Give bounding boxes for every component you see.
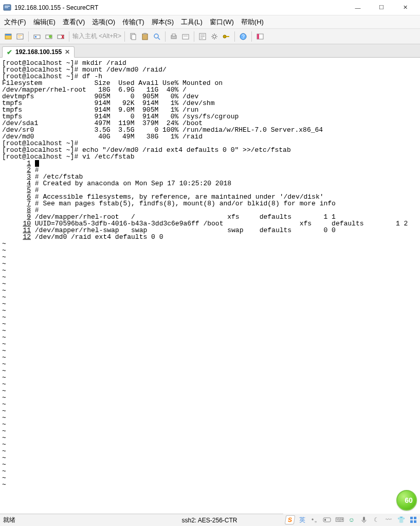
- vi-empty-line: ~: [2, 254, 418, 260]
- app-icon: [3, 4, 11, 12]
- svg-rect-34: [414, 520, 416, 523]
- separator: [69, 31, 69, 42]
- vi-empty-line: ~: [2, 367, 418, 374]
- svg-rect-14: [143, 33, 147, 34]
- svg-rect-30: [363, 517, 365, 521]
- badge-text: 60: [405, 496, 413, 504]
- terminal[interactable]: [root@localhost ~]# mkdir /raid[root@loc…: [0, 58, 420, 514]
- tb-paste-icon[interactable]: [140, 31, 150, 42]
- close-button[interactable]: ✕: [393, 0, 417, 15]
- ime-punct-icon[interactable]: •„: [310, 515, 319, 524]
- svg-rect-18: [182, 34, 189, 39]
- menu-window[interactable]: 窗口(W): [210, 17, 234, 27]
- vi-line: 4 # Created by anaconda on Mon Sep 17 10…: [2, 180, 418, 187]
- vi-line-text: /dev/md0 /raid ext4 defaults 0 0: [31, 233, 163, 241]
- menu-transfer[interactable]: 传输(T): [122, 17, 144, 27]
- menu-help[interactable]: 帮助(H): [241, 17, 264, 27]
- status-ready: 就绪: [3, 516, 15, 524]
- vi-empty-line: ~: [2, 341, 418, 347]
- check-icon: ✔: [7, 49, 12, 56]
- menubar: 文件(F) 编辑(E) 查看(V) 选项(O) 传输(T) 脚本(S) 工具(L…: [0, 15, 420, 29]
- ime-lang-icon[interactable]: 英: [298, 515, 307, 524]
- vi-empty-line: ~: [2, 301, 418, 307]
- ime-moon-icon[interactable]: ☾: [372, 515, 381, 524]
- vi-empty-line: ~: [2, 247, 418, 254]
- tb-print-icon[interactable]: [169, 31, 179, 42]
- vi-empty-line: ~: [2, 361, 418, 367]
- svg-rect-7: [35, 36, 36, 38]
- ime-mic-icon[interactable]: [359, 515, 369, 524]
- tb-reconnect-icon[interactable]: [44, 31, 54, 42]
- vi-empty-line: ~: [2, 321, 418, 327]
- tb-connect-icon[interactable]: [32, 31, 42, 42]
- tb-printscr-icon[interactable]: [180, 31, 191, 42]
- svg-rect-33: [410, 520, 413, 523]
- vi-line: 1: [2, 160, 418, 167]
- window-title: 192.168.100.155 - SecureCRT: [14, 4, 346, 11]
- separator: [194, 31, 194, 42]
- tb-disconnect-icon[interactable]: [56, 31, 66, 42]
- floating-badge[interactable]: 60: [396, 490, 417, 511]
- vi-empty-line: ~: [2, 441, 418, 448]
- window-controls: — ☐ ✕: [346, 0, 417, 15]
- menu-script[interactable]: 脚本(S): [152, 17, 174, 27]
- tb-key-icon[interactable]: [221, 31, 231, 42]
- tab-close-icon[interactable]: ✕: [65, 48, 70, 56]
- tb-toggle-icon[interactable]: [255, 31, 265, 42]
- vi-empty-line: ~: [2, 260, 418, 267]
- svg-rect-6: [34, 35, 40, 39]
- svg-rect-12: [132, 34, 136, 40]
- separator: [124, 31, 125, 42]
- vi-empty-line: ~: [2, 414, 418, 421]
- svg-rect-5: [17, 34, 23, 39]
- ime-handwrite-icon[interactable]: 〰: [384, 515, 393, 524]
- vi-empty-line: ~: [2, 314, 418, 321]
- ime-keyboard-icon[interactable]: ⌨: [335, 515, 344, 524]
- vi-empty-line: ~: [2, 294, 418, 301]
- separator: [28, 31, 29, 42]
- vi-empty-line: ~: [2, 408, 418, 414]
- vi-empty-line: ~: [2, 381, 418, 388]
- vi-empty-line: ~: [2, 461, 418, 468]
- vi-empty-line: ~: [2, 428, 418, 434]
- svg-rect-27: [257, 34, 259, 39]
- ime-input-icon[interactable]: [322, 515, 332, 524]
- vi-empty-line: ~: [2, 287, 418, 294]
- tab-session[interactable]: ✔ 192.168.100.155 ✕: [2, 46, 75, 58]
- vi-line: 12 /dev/md0 /raid ext4 defaults 0 0: [2, 234, 418, 240]
- minimize-button[interactable]: —: [346, 0, 370, 15]
- menu-options[interactable]: 选项(O): [92, 17, 115, 27]
- menu-edit[interactable]: 编辑(E): [33, 17, 56, 27]
- menu-file[interactable]: 文件(F): [4, 17, 26, 27]
- maximize-button[interactable]: ☐: [370, 0, 393, 15]
- svg-rect-13: [142, 34, 148, 40]
- svg-point-21: [213, 35, 216, 38]
- svg-point-9: [49, 35, 52, 38]
- separator: [165, 31, 166, 42]
- vi-empty-line: ~: [2, 434, 418, 441]
- vi-empty-line: ~: [2, 307, 418, 314]
- svg-rect-4: [5, 34, 11, 36]
- ime-strip: S 英 •„ ⌨ ☺ ☾ 〰 👕: [283, 514, 420, 526]
- ime-sogou-icon[interactable]: S: [285, 515, 296, 524]
- vi-line: 7 # See man pages fstab(5), findfs(8), m…: [2, 200, 418, 207]
- menu-view[interactable]: 查看(V): [63, 17, 85, 27]
- svg-point-22: [223, 35, 226, 38]
- tb-help-icon[interactable]: ?: [238, 31, 248, 42]
- vi-empty-line: ~: [2, 274, 418, 280]
- host-hint-text: 输入主机 <Alt+R>: [72, 32, 121, 41]
- vi-empty-line: ~: [2, 388, 418, 394]
- tb-find-icon[interactable]: [152, 31, 162, 42]
- tb-copy-icon[interactable]: [128, 31, 138, 42]
- vi-empty-line: ~: [2, 401, 418, 408]
- menu-tools[interactable]: 工具(L): [181, 17, 203, 27]
- ime-emoji-icon[interactable]: ☺: [347, 515, 356, 524]
- tb-settings-icon[interactable]: [209, 31, 220, 42]
- tb-session-icon[interactable]: [3, 31, 13, 42]
- host-input-hint[interactable]: 输入主机 <Alt+R>: [72, 32, 121, 41]
- ime-skin-icon[interactable]: 👕: [396, 515, 406, 524]
- tb-properties-icon[interactable]: [197, 31, 208, 42]
- vi-empty-line: ~: [2, 354, 418, 361]
- ime-toolbox-icon[interactable]: [409, 515, 418, 524]
- tb-quick-connect-icon[interactable]: [15, 31, 25, 42]
